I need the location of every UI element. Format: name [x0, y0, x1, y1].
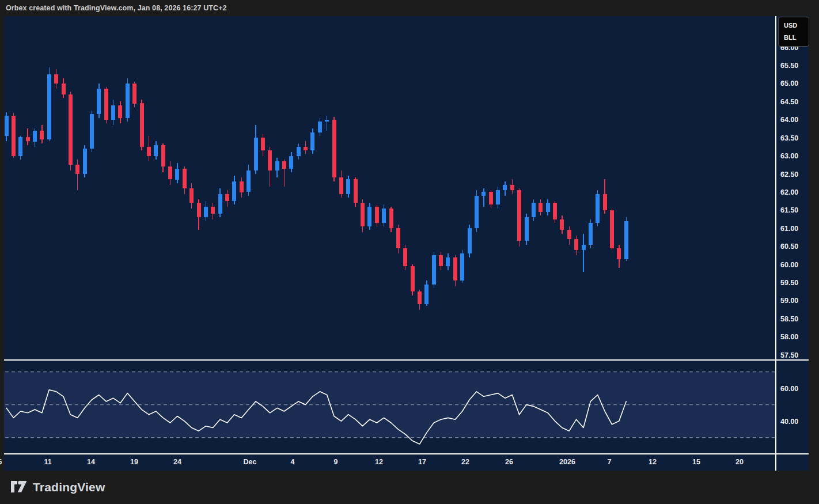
- candle-body: [75, 165, 79, 174]
- candle-body: [424, 285, 429, 305]
- candle-body: [26, 137, 30, 142]
- unit-barrel-label: BLL: [784, 35, 809, 41]
- time-tick-label: 7: [608, 458, 612, 466]
- candle-body: [567, 230, 571, 239]
- price-tick-label: 58.50: [780, 315, 798, 323]
- candle-body: [254, 138, 258, 170]
- candle-body: [475, 196, 479, 229]
- candle-body: [83, 149, 87, 174]
- price-tick-label: 61.00: [780, 225, 798, 233]
- price-tick-label: 57.50: [780, 351, 798, 359]
- price-tick-label: 64.00: [780, 116, 798, 124]
- unit-currency-label: USD: [784, 22, 809, 29]
- candle-body: [310, 132, 314, 150]
- candle-body: [289, 156, 293, 169]
- candle-body: [168, 166, 172, 179]
- candle-body: [240, 181, 244, 192]
- candle-body: [617, 248, 621, 259]
- candle-body: [589, 223, 593, 245]
- price-tick-label: 64.50: [780, 98, 798, 106]
- candle-body: [268, 150, 272, 170]
- price-tick-label: 65.50: [780, 62, 798, 70]
- candle-body: [18, 137, 22, 156]
- oscillator-band: [4, 372, 776, 438]
- candle-body: [197, 203, 201, 217]
- time-tick-label: 12: [649, 458, 657, 466]
- candle-body: [218, 194, 222, 214]
- candle-body: [396, 228, 400, 248]
- candle-body: [367, 207, 371, 227]
- candle-body: [282, 161, 286, 169]
- candle-body: [90, 114, 94, 149]
- candle-body: [389, 209, 393, 229]
- candle-body: [539, 203, 543, 212]
- candle-body: [532, 203, 536, 217]
- time-tick-label: 11: [44, 458, 51, 466]
- candle-body: [382, 209, 386, 223]
- time-tick-label: 2026: [559, 458, 575, 466]
- candle-body: [232, 181, 236, 202]
- tradingview-logo-icon: [10, 480, 28, 495]
- candle-body: [211, 207, 215, 214]
- candle-body: [411, 266, 415, 291]
- candle-body: [503, 185, 507, 190]
- tradingview-logo-link[interactable]: TradingView: [10, 480, 105, 495]
- price-tick-label: 62.50: [780, 170, 798, 179]
- candle-body: [354, 179, 358, 203]
- price-tick-label: 58.00: [780, 333, 798, 341]
- candle-body: [525, 217, 529, 241]
- price-tick-label: 63.00: [780, 152, 798, 160]
- candle-body: [339, 177, 343, 194]
- time-tick-label: 14: [87, 458, 95, 466]
- candle-body: [225, 194, 229, 202]
- candle-body: [624, 221, 628, 259]
- candle-body: [161, 145, 165, 167]
- candle-body: [418, 291, 422, 304]
- candle-body: [510, 185, 514, 190]
- chart-canvas[interactable]: 66.0065.5065.0064.5064.0063.5063.0062.50…: [0, 0, 819, 504]
- tradingview-logo-text: TradingView: [33, 480, 105, 494]
- candle-body: [546, 203, 550, 212]
- candle-body: [261, 138, 265, 150]
- candle-body: [147, 147, 151, 156]
- time-tick-label: 20: [735, 458, 744, 466]
- price-tick-label: 59.50: [780, 279, 798, 287]
- time-tick-label: 19: [130, 458, 138, 466]
- price-tick-label: 60.50: [780, 242, 798, 251]
- candle-body: [132, 84, 136, 104]
- candle-body: [517, 190, 521, 241]
- tradingview-screenshot: Orbex created with TradingView.com, Jan …: [0, 0, 819, 504]
- time-tick-label: 24: [173, 458, 181, 466]
- candle-body: [104, 89, 108, 119]
- candle-body: [560, 219, 564, 230]
- price-axis-unit-box: USD BLL: [778, 17, 809, 47]
- candle-body: [453, 257, 457, 281]
- time-tick-label: 12: [375, 458, 383, 466]
- candle-body: [325, 120, 329, 122]
- candle-body: [361, 203, 365, 226]
- time-tick-label: 26: [505, 458, 513, 466]
- candle-body: [183, 169, 187, 189]
- candle-body: [204, 207, 208, 218]
- candle-body: [603, 194, 607, 210]
- price-tick-label: 61.50: [780, 206, 798, 214]
- candle-body: [175, 169, 179, 180]
- candle-body: [553, 203, 557, 219]
- candle-body: [446, 257, 450, 267]
- candle-body: [610, 210, 614, 248]
- candle-body: [318, 122, 322, 132]
- candle-body: [5, 116, 9, 136]
- time-tick-label: 4: [291, 458, 295, 466]
- candle-body: [97, 89, 101, 114]
- candle-body: [496, 190, 500, 204]
- candle-body: [460, 253, 464, 281]
- time-tick-label: Dec: [244, 458, 257, 466]
- candle-body: [304, 147, 308, 150]
- oscillator-tick-label: 40.00: [780, 418, 798, 426]
- candle-body: [574, 239, 578, 250]
- candle-body: [596, 194, 600, 223]
- candle-body: [154, 145, 158, 156]
- bottom-bar: TradingView: [0, 471, 819, 504]
- time-tick-label: 22: [461, 458, 469, 466]
- candle-body: [126, 84, 130, 118]
